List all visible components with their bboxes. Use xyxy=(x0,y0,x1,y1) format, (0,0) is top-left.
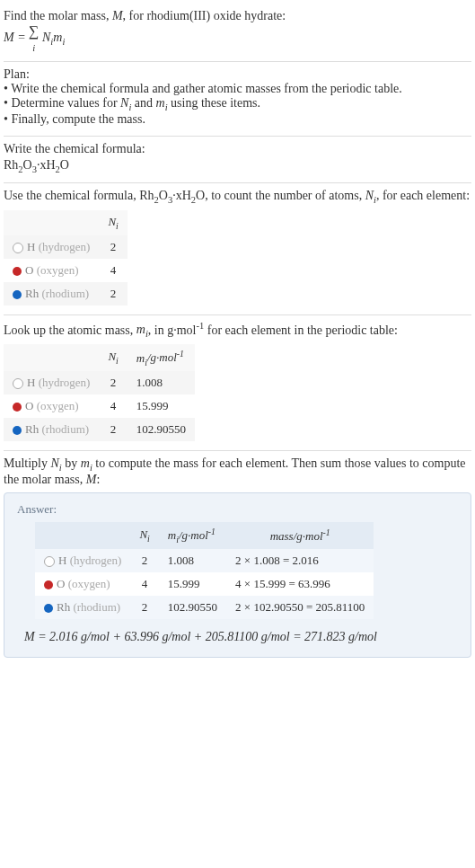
answer-box: Answer: Ni mi/g·mol-1 mass/g·mol-1 H (hy… xyxy=(4,492,471,658)
element-cell: O (oxygen) xyxy=(4,394,99,418)
value-cell: 2 xyxy=(99,282,127,306)
f-xh: ·xH xyxy=(37,158,56,172)
step2-section: Use the chemical formula, Rh2O3·xH2O, to… xyxy=(4,183,471,314)
value-cell: 2 xyxy=(130,596,158,619)
eq-left: M = xyxy=(4,31,29,44)
plan-section: Plan: • Write the chemical formula and g… xyxy=(4,62,471,137)
intro-text-a: Find the molar mass, xyxy=(4,9,112,22)
s2-d: O, to count the number of atoms, xyxy=(196,189,365,202)
hdr-ni-n: N xyxy=(108,215,116,228)
value-cell: 4 xyxy=(130,572,158,596)
eq-mi-a: m xyxy=(53,31,62,44)
hdr-a-mass: mass/g·mol xyxy=(270,529,323,543)
step4-title: Multiply Ni by mi to compute the mass fo… xyxy=(4,456,471,487)
element-cell: O (oxygen) xyxy=(35,572,130,596)
plan-ni: Ni xyxy=(120,96,131,110)
element-dot-icon xyxy=(13,403,22,412)
f-o2: O xyxy=(60,158,69,172)
value-cell: 2 × 1.008 = 2.016 xyxy=(226,549,374,572)
value-cell: 2 xyxy=(99,371,127,394)
s3-b: , in g·mol xyxy=(148,323,197,336)
value-cell: 2 xyxy=(130,549,158,572)
s3-c: for each element in the periodic table: xyxy=(204,323,398,336)
step4-section: Multiply Ni by mi to compute the mass fo… xyxy=(4,451,471,667)
value-cell: 2 × 102.90550 = 205.81100 xyxy=(226,596,374,619)
atomic-mass-table: Ni mi/g·mol-1 H (hydrogen)21.008O (oxyge… xyxy=(4,344,195,441)
eq-ni-a: N xyxy=(40,31,51,44)
plan-b2-a: • Determine values for xyxy=(4,96,120,110)
s2-ni: Ni xyxy=(365,189,376,202)
plan-mi: mi xyxy=(156,96,168,110)
element-cell: H (hydrogen) xyxy=(4,235,99,259)
intro-equation: M = ∑ i Nimi xyxy=(4,25,471,52)
answer-label: Answer: xyxy=(17,502,458,517)
step1-title: Write the chemical formula: xyxy=(4,142,471,156)
col-mi: mi/g·mol-1 xyxy=(159,522,226,549)
element-dot-icon xyxy=(13,426,22,435)
element-cell: Rh (rhodium) xyxy=(35,596,130,619)
f-o: O xyxy=(23,158,32,172)
intro-var-m: M xyxy=(112,9,123,22)
value-cell: 15.999 xyxy=(128,394,195,418)
intro-line: Find the molar mass, M, for rhodium(III)… xyxy=(4,9,471,23)
s3-sup: -1 xyxy=(196,321,204,331)
step3-section: Look up the atomic mass, mi, in g·mol-1 … xyxy=(4,315,471,451)
element-dot-icon xyxy=(13,290,22,299)
hdr-a-ni: N xyxy=(139,527,147,541)
s4-b: by xyxy=(62,456,81,470)
eq-sum: ∑ xyxy=(29,23,39,39)
table-row: O (oxygen)4 xyxy=(4,259,128,282)
atom-count-table: Ni H (hydrogen)2O (oxygen)4Rh (rhodium)2 xyxy=(4,210,128,306)
col-element xyxy=(35,522,130,549)
plan-title: Plan: xyxy=(4,67,471,82)
col-mi: mi/g·mol-1 xyxy=(128,344,195,371)
value-cell: 2 xyxy=(99,418,127,441)
value-cell: 102.90550 xyxy=(128,418,195,441)
hdr3-ni: N xyxy=(108,350,116,363)
s4-d: : xyxy=(96,473,100,486)
table-row: Rh (rhodium)2102.90550 xyxy=(4,418,195,441)
col-element xyxy=(4,210,99,235)
s4-ni: Ni xyxy=(51,456,62,470)
value-cell: 4 xyxy=(99,394,127,418)
hdr3-mi-a: m xyxy=(136,351,145,365)
s2-a: Use the chemical formula, Rh xyxy=(4,189,154,202)
plan-bullet-3: • Finally, compute the mass. xyxy=(4,112,471,127)
step1-section: Write the chemical formula: Rh2O3·xH2O xyxy=(4,137,471,184)
element-dot-icon xyxy=(13,267,22,276)
hdr3-mi-b: /g·mol xyxy=(147,351,177,365)
table-row: H (hydrogen)2 xyxy=(4,235,128,259)
element-cell: H (hydrogen) xyxy=(4,371,99,394)
col-mass: mass/g·mol-1 xyxy=(226,522,374,549)
plan-b2-b: and xyxy=(131,96,155,110)
s4-m: M xyxy=(86,473,97,486)
eq-sub: i xyxy=(32,42,35,52)
s2-c: ·xH xyxy=(172,189,191,202)
value-cell: 15.999 xyxy=(159,572,226,596)
final-equation: M = 2.016 g/mol + 63.996 g/mol + 205.811… xyxy=(24,630,458,644)
s2-b: O xyxy=(159,189,168,202)
element-dot-icon xyxy=(44,580,53,589)
s2-e: , for each element: xyxy=(376,189,470,202)
table-row: H (hydrogen)21.008 xyxy=(4,371,195,394)
col-element xyxy=(4,344,99,371)
value-cell: 4 xyxy=(99,259,127,282)
step2-title: Use the chemical formula, Rh2O3·xH2O, to… xyxy=(4,189,471,205)
plan-bullet-1: • Write the chemical formula and gather … xyxy=(4,82,471,96)
s4-a: Multiply xyxy=(4,456,51,470)
intro-section: Find the molar mass, M, for rhodium(III)… xyxy=(4,4,471,62)
hdr-a-mi-a: m xyxy=(168,528,176,542)
table-row: O (oxygen)415.999 xyxy=(4,394,195,418)
atom-count-body: H (hydrogen)2O (oxygen)4Rh (rhodium)2 xyxy=(4,235,128,306)
hdr-a-mi-b: /g·mol xyxy=(179,528,208,542)
chemical-formula: Rh2O3·xH2O xyxy=(4,158,471,174)
plan-b2-c: using these items. xyxy=(168,96,260,110)
s3-a: Look up the atomic mass, xyxy=(4,323,136,336)
element-dot-icon xyxy=(13,243,23,253)
value-cell: 1.008 xyxy=(128,371,195,394)
answer-table: Ni mi/g·mol-1 mass/g·mol-1 H (hydrogen)2… xyxy=(35,522,374,619)
f-rh: Rh xyxy=(4,158,18,172)
s4-mi: mi xyxy=(81,456,92,470)
element-cell: H (hydrogen) xyxy=(35,549,130,572)
value-cell: 1.008 xyxy=(159,549,226,572)
